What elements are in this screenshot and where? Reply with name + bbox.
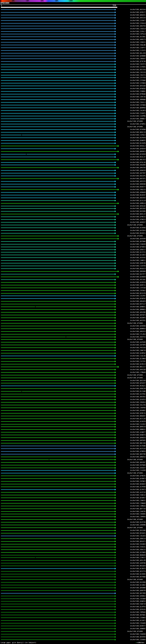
hit-row[interactable]: UniRef100_Q39FJ5 (0, 412, 146, 415)
hit-row[interactable]: UniRef100_UP1000... (0, 126, 146, 128)
hit-row[interactable]: UniRef100_C2YQA6 (0, 79, 146, 82)
hit-bar[interactable] (1, 42, 115, 42)
hit-label[interactable]: UniRef100_A1VTW1 (130, 393, 146, 395)
hit-label[interactable]: UniRef100_C27W45 (130, 66, 146, 68)
hit-bar[interactable] (1, 238, 118, 239)
hit-bar[interactable] (1, 75, 115, 76)
hit-bar[interactable] (1, 372, 115, 372)
hit-row[interactable]: UniRef100_B7KL56 (0, 161, 146, 164)
hit-row[interactable]: UniRef100_C7MW48 (0, 371, 146, 374)
hit-bar[interactable] (1, 498, 115, 498)
hit-bar[interactable] (1, 378, 115, 378)
hit-row[interactable]: UniRef100_C3NWA0 (0, 502, 146, 505)
hit-label[interactable]: UniRef100_B1J1W8 (130, 390, 146, 392)
hit-row[interactable]: UniRef100_B5GA13 (0, 267, 146, 270)
hit-label[interactable]: UniRef100_C6QLW6 (130, 44, 146, 46)
hit-row[interactable]: UniRef100_Q73C38 (0, 60, 146, 63)
hit-bar[interactable] (1, 582, 115, 582)
hit-row[interactable]: UniRef100_A62WP5 (0, 316, 146, 319)
hit-label[interactable]: UniRef100_D0BEU1 (130, 428, 146, 430)
hit-row[interactable]: UniRef100_Q2B8W0 (0, 54, 146, 57)
hit-label[interactable]: UniRef100_A6X637 (130, 221, 146, 223)
hit-row[interactable]: UniRef100_Q90W41 (0, 306, 146, 308)
hit-bar[interactable] (1, 9, 115, 10)
hit-row[interactable]: UniRef100_B6HBZ8 (0, 554, 146, 556)
hit-row[interactable]: UniRef100_Q1HUE0 (0, 276, 146, 278)
hit-bar[interactable] (1, 118, 115, 119)
hit-row[interactable]: UniRef100_C3N3B5 (0, 513, 146, 516)
hit-bar[interactable] (1, 198, 115, 198)
hit-label[interactable]: UniRef100_A63TD1 (130, 320, 146, 322)
hit-bar[interactable] (1, 282, 115, 282)
hit-bar[interactable] (1, 528, 115, 528)
hit-label[interactable]: UniRef100_B31HZ1 (130, 532, 146, 534)
hit-label[interactable]: UniRef100_A01LZ6 (130, 560, 146, 561)
hit-bar[interactable] (1, 536, 115, 536)
hit-label[interactable]: UniRef100_C9M5W4 (130, 611, 146, 613)
hit-bar[interactable] (1, 97, 115, 97)
hit-row[interactable]: UniRef100_C17U75 (0, 49, 146, 52)
hit-row[interactable]: UniRef100_C4WR11 (0, 259, 146, 262)
hit-row[interactable]: UniRef100_C07NE2 (0, 480, 146, 483)
hit-bar[interactable] (1, 301, 115, 302)
hit-label[interactable]: UniRef100_UP1000... (127, 630, 146, 632)
hit-bar[interactable] (1, 72, 115, 73)
hit-bar[interactable] (1, 48, 115, 48)
hit-row[interactable]: UniRef100_A3EQ37 (0, 466, 146, 469)
hit-label[interactable]: UniRef100_C3NWA0 (130, 502, 146, 504)
hit-label[interactable]: UniRef100_A9G4E9 (130, 300, 146, 302)
hit-row[interactable]: UniRef100_Q13HT3 (0, 488, 146, 491)
hit-row[interactable]: UniRef100_Q3RFZ0 (0, 262, 146, 264)
hit-row[interactable]: UniRef100_A6T6W1 (0, 614, 146, 616)
hit-bar[interactable] (1, 511, 115, 512)
hit-bar[interactable] (1, 628, 115, 629)
hit-row[interactable]: UniRef100_A1VTW1 (0, 393, 146, 396)
hit-bar[interactable] (1, 516, 115, 517)
hit-bar[interactable] (1, 495, 115, 495)
hit-bar[interactable] (1, 604, 115, 604)
hit-bar[interactable] (1, 560, 115, 560)
hit-label[interactable]: UniRef100_Q931Q9 (130, 85, 146, 87)
hit-row[interactable]: UniRef100_Q09519 (0, 425, 146, 428)
hit-bar[interactable] (1, 230, 115, 231)
hit-row[interactable]: UniRef100_Q9K9H0 (0, 270, 146, 273)
hit-label[interactable]: UniRef100_C5CWA0 (130, 598, 146, 600)
hit-bar[interactable] (1, 88, 115, 89)
hit-bar[interactable] (1, 323, 115, 324)
hit-label[interactable]: UniRef100_Q11YV1 (130, 251, 146, 253)
hit-row[interactable]: UniRef100_Q5V1D6 (0, 529, 146, 532)
hit-row[interactable]: UniRef100_Q55VH4 (0, 636, 146, 638)
hit-row[interactable]: UniRef100_A3MJ14 (0, 537, 146, 540)
hit-label[interactable]: UniRef100_Q82L22 (130, 213, 146, 215)
hit-bar[interactable] (1, 500, 115, 501)
hit-bar[interactable] (1, 413, 115, 414)
hit-bar[interactable] (1, 448, 115, 449)
hit-row[interactable]: UniRef100_C2AH20 (0, 243, 146, 246)
hit-row[interactable]: UniRef100_Q88FP0 (0, 589, 146, 592)
hit-label[interactable]: UniRef100_Q6Z1V8 (130, 380, 146, 382)
hit-label[interactable]: UniRef100_Q1HUE0 (130, 276, 146, 278)
hit-row[interactable]: UniRef100_UP1000... (0, 120, 146, 123)
hit-bar[interactable] (1, 446, 115, 446)
hit-row[interactable]: UniRef100_B52E97 (0, 194, 146, 196)
hit-label[interactable]: UniRef100_Q39577 (130, 12, 146, 13)
hit-bar[interactable] (1, 429, 115, 430)
hit-label[interactable]: UniRef100_C6Q115 (130, 189, 146, 190)
hit-bar[interactable] (1, 195, 115, 195)
hit-row[interactable]: UniRef100_Q5WD93 (0, 139, 146, 142)
hit-label[interactable]: UniRef100_C2R7J6 (130, 96, 146, 98)
hit-label[interactable]: UniRef100_A911W1 (130, 279, 146, 280)
hit-label[interactable]: UniRef100_C2YQA6 (130, 80, 146, 81)
hit-bar[interactable] (1, 296, 115, 296)
hit-bar[interactable] (1, 53, 115, 54)
hit-row[interactable]: UniRef100_Q08824 (0, 436, 146, 439)
hit-bar[interactable] (1, 78, 115, 78)
hit-bar[interactable] (1, 470, 115, 470)
hit-row[interactable]: UniRef100_C6QLW6 (0, 44, 146, 46)
hit-bar[interactable] (1, 410, 115, 411)
hit-bar[interactable] (1, 612, 115, 612)
hit-bar[interactable] (1, 421, 115, 422)
hit-bar[interactable] (1, 361, 115, 362)
hit-label[interactable]: UniRef100_UP1000... (127, 527, 146, 529)
hit-bar[interactable] (1, 187, 115, 187)
